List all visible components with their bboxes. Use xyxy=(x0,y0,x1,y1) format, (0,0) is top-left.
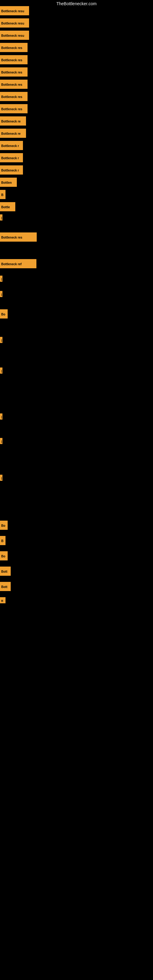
list-item: Bottleneck res xyxy=(0,232,37,242)
bar-label: B xyxy=(0,190,5,199)
list-item: Bottleneck res xyxy=(0,43,27,52)
list-item: | xyxy=(0,438,2,444)
list-item: Bott xyxy=(0,566,11,576)
bar-label: Bottleneck res xyxy=(0,92,27,101)
bar-label: | xyxy=(0,275,2,282)
bar-label: Bottlen xyxy=(0,178,17,187)
list-item: | xyxy=(0,337,2,343)
list-item: Bottleneck r xyxy=(0,165,23,175)
list-item: Bott xyxy=(0,582,11,591)
bar-label: Bottleneck res xyxy=(0,43,27,52)
list-item: Bottleneck r xyxy=(0,153,23,162)
list-item: | xyxy=(0,414,2,420)
bar-label: | xyxy=(0,475,2,481)
list-item: Bottleneck res xyxy=(0,67,27,76)
bar-label: Bottleneck res xyxy=(0,80,27,89)
list-item: Bottlen xyxy=(0,178,17,187)
bar-label: | xyxy=(0,414,2,420)
list-item: Bottleneck res xyxy=(0,92,27,101)
list-item: | xyxy=(0,475,2,481)
bar-label: Bottleneck res xyxy=(0,67,27,76)
bar-label: Bottleneck r xyxy=(0,165,23,175)
list-item: Bottleneck r xyxy=(0,141,23,150)
list-item: Bo xyxy=(0,520,8,530)
list-item: B xyxy=(0,597,5,603)
list-item: Bottleneck resu xyxy=(0,6,29,15)
list-item: Bottleneck ref xyxy=(0,259,37,268)
bar-label: | xyxy=(0,337,2,343)
list-item: B xyxy=(0,190,5,199)
bar-label: Bottleneck resu xyxy=(0,6,29,15)
list-item: Bottleneck res xyxy=(0,55,27,64)
bar-label: Bo xyxy=(0,520,8,530)
bar-label: Bott xyxy=(0,566,11,576)
bar-label: Bottleneck resu xyxy=(0,30,29,40)
list-item: Bottleneck resu xyxy=(0,18,29,27)
bar-label: Bottleneck r xyxy=(0,141,23,150)
list-item: | xyxy=(0,275,2,282)
list-item: B xyxy=(0,536,5,545)
bar-label: Bottleneck ref xyxy=(0,259,37,268)
list-item: | xyxy=(0,215,2,221)
list-item: Bottleneck res xyxy=(0,80,27,89)
list-item: | xyxy=(0,291,2,297)
bar-label: Bottleneck resu xyxy=(0,18,29,27)
bar-label: Bott xyxy=(0,582,11,591)
bar-label: Bottleneck re xyxy=(0,116,26,126)
list-item: Bottleneck resu xyxy=(0,30,29,40)
bar-label: Bottleneck r xyxy=(0,153,23,162)
list-item: Bottleneck res xyxy=(0,104,27,113)
bar-label: Bottleneck res xyxy=(0,104,27,113)
bar-label: B xyxy=(0,536,5,545)
list-item: | xyxy=(0,368,2,374)
bar-label: Bottleneck res xyxy=(0,55,27,64)
list-item: Bo xyxy=(0,309,8,318)
bar-label: | xyxy=(0,438,2,444)
list-item: Bottle xyxy=(0,202,15,211)
bar-label: | xyxy=(0,291,2,297)
bar-label: Bottleneck res xyxy=(0,232,37,242)
bar-label: | xyxy=(0,368,2,374)
bar-label: Bottleneck re xyxy=(0,129,26,138)
bar-label: B xyxy=(0,597,5,603)
bar-label: | xyxy=(0,215,2,221)
bar-label: Bo xyxy=(0,309,8,318)
bar-label: Bottle xyxy=(0,202,15,211)
list-item: Bottleneck re xyxy=(0,129,26,138)
list-item: Bo xyxy=(0,551,8,560)
bar-label: Bo xyxy=(0,551,8,560)
list-item: Bottleneck re xyxy=(0,116,26,126)
